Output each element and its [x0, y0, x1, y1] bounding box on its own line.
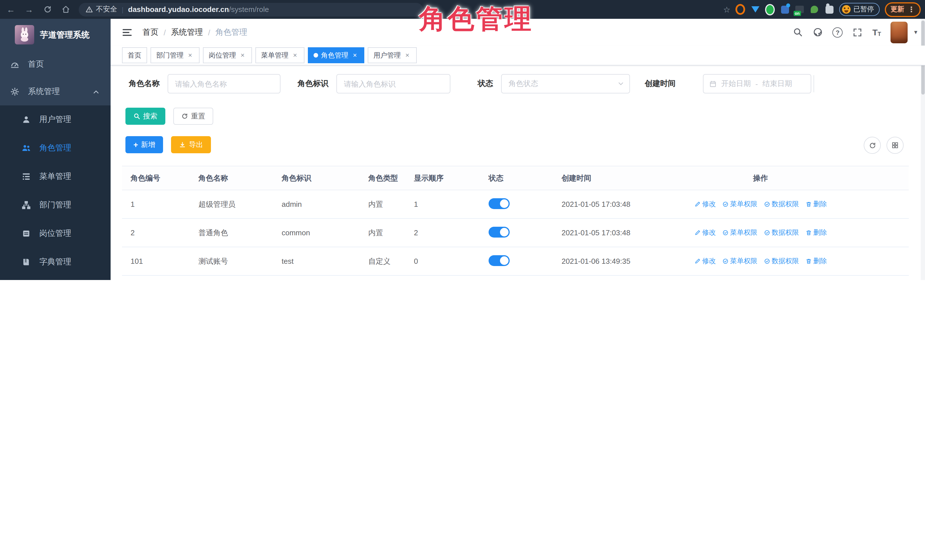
sidebar-item-posts[interactable]: 岗位管理	[0, 219, 111, 248]
close-icon[interactable]: ×	[187, 51, 194, 59]
export-button[interactable]: 导出	[171, 136, 211, 153]
sidebar-item-departments[interactable]: 部门管理	[0, 191, 111, 219]
browser-reload-icon[interactable]	[40, 2, 55, 17]
refresh-table-button[interactable]	[864, 137, 881, 154]
delete-link[interactable]: 删除	[805, 256, 827, 266]
table-header-row: 角色编号 角色名称 角色标识 角色类型 显示顺序 状态 创建时间 操作	[122, 166, 909, 190]
sidebar-logo[interactable]: 芋道管理系统	[0, 19, 111, 51]
reset-button[interactable]: 重置	[173, 108, 213, 125]
font-size-icon[interactable]: TT	[872, 27, 881, 37]
breadcrumb-system[interactable]: 系统管理	[171, 27, 203, 37]
delete-link[interactable]: 删除	[805, 200, 827, 209]
data-permission-link[interactable]: 数据权限	[764, 256, 799, 266]
sidebar-item-roles[interactable]: 角色管理	[0, 134, 111, 162]
tab-users[interactable]: 用户管理×	[368, 47, 417, 63]
cell-created: 2021-01-05 17:03:48	[553, 200, 687, 209]
extension-icon-3[interactable]	[765, 5, 775, 14]
date-range-picker[interactable]: 开始日期 - 结束日期	[703, 74, 811, 93]
browser-back-icon[interactable]: ←	[3, 2, 18, 17]
tab-posts[interactable]: 岗位管理×	[203, 47, 252, 63]
sidebar-item-menus[interactable]: 菜单管理	[0, 162, 111, 191]
status-toggle[interactable]	[488, 198, 510, 209]
profile-paused-chip[interactable]: 已暂停	[839, 3, 880, 16]
data-permission-link[interactable]: 数据权限	[764, 228, 799, 237]
sidebar-item-dict[interactable]: 字典管理	[0, 248, 111, 276]
row-actions: 修改 菜单权限 数据权限 删除	[687, 200, 833, 209]
status-select[interactable]: 角色状态	[501, 74, 630, 93]
close-icon[interactable]: ×	[291, 51, 299, 59]
status-toggle[interactable]	[488, 227, 510, 237]
close-icon[interactable]: ×	[239, 51, 246, 59]
avatar-caret-icon[interactable]: ▾	[914, 29, 917, 36]
cell-id: 101	[122, 257, 190, 266]
sidebar-item-notice[interactable]: 通知公告	[0, 276, 111, 280]
col-header-actions: 操作	[687, 173, 833, 183]
sidebar-item-home[interactable]: 首页	[0, 51, 111, 78]
omnibox-divider: |	[122, 5, 124, 14]
search-button[interactable]: 搜索	[125, 108, 165, 125]
help-icon[interactable]: ?	[832, 27, 843, 37]
logo-rabbit-image	[15, 25, 34, 44]
delete-link[interactable]: 删除	[805, 228, 827, 237]
add-button[interactable]: + 新增	[125, 136, 163, 153]
sidebar-item-users[interactable]: 用户管理	[0, 105, 111, 134]
dictionary-book-icon	[22, 258, 31, 267]
status-toggle[interactable]	[488, 255, 510, 266]
browser-extensions-area: ☆ on 已暂停 更新 ⋮	[723, 2, 925, 17]
breadcrumb-home[interactable]: 首页	[143, 27, 158, 37]
browser-forward-icon[interactable]: →	[22, 2, 36, 17]
tree-table-icon	[22, 172, 31, 181]
browser-home-icon[interactable]	[58, 2, 73, 17]
edit-link[interactable]: 修改	[694, 256, 716, 266]
end-date-placeholder: 结束日期	[762, 79, 792, 89]
search-icon[interactable]	[792, 27, 803, 37]
avatar[interactable]	[891, 21, 908, 43]
tab-menus[interactable]: 菜单管理×	[255, 47, 304, 63]
chevron-up-icon	[93, 89, 99, 95]
close-icon[interactable]: ×	[404, 51, 411, 59]
extension-icon-5[interactable]: on	[795, 5, 804, 14]
sidebar-item-label: 部门管理	[39, 200, 71, 210]
sidebar-item-label: 角色管理	[39, 143, 71, 153]
extension-icon-2[interactable]	[750, 5, 760, 14]
sidebar-item-label: 岗位管理	[39, 228, 71, 239]
filter-form: 角色名称 角色标识 状态 角色状态 创建时间 开始日期 - 结束日期	[120, 74, 914, 94]
edit-link[interactable]: 修改	[694, 200, 716, 209]
menu-permission-link[interactable]: 菜单权限	[722, 256, 758, 266]
paused-label: 已暂停	[853, 5, 874, 14]
tab-roles[interactable]: 角色管理×	[308, 47, 364, 63]
trash-icon	[805, 258, 812, 264]
page-content: 角色名称 角色标识 状态 角色状态 创建时间 开始日期 - 结束日期	[111, 66, 925, 280]
search-icon	[133, 113, 140, 120]
hamburger-icon[interactable]	[122, 28, 132, 37]
github-icon[interactable]	[812, 27, 823, 37]
close-icon[interactable]: ×	[351, 51, 359, 59]
chrome-update-button[interactable]: 更新 ⋮	[885, 2, 921, 17]
menu-permission-link[interactable]: 菜单权限	[722, 228, 758, 237]
extension-icon-6[interactable]	[809, 5, 819, 14]
post-badge-icon	[22, 229, 31, 238]
tab-home[interactable]: 首页	[122, 47, 147, 63]
role-key-input[interactable]	[336, 74, 450, 93]
data-permission-link[interactable]: 数据权限	[764, 200, 799, 209]
browser-menu-icon[interactable]: ⋮	[908, 5, 915, 14]
plus-icon: +	[133, 140, 138, 149]
extensions-puzzle-icon[interactable]	[824, 5, 834, 14]
extension-icon-4[interactable]	[780, 5, 789, 14]
url-bar[interactable]: 不安全 | dashboard.yudao.iocoder.cn/system/…	[79, 3, 423, 16]
table-row: 101 测试账号 test 自定义 0 2021-01-06 13:49:35 …	[122, 247, 909, 276]
sidebar-item-label: 菜单管理	[39, 171, 71, 182]
role-name-input[interactable]	[167, 74, 280, 93]
bookmark-star-icon[interactable]: ☆	[723, 5, 730, 14]
calendar-icon	[709, 80, 717, 87]
tab-departments[interactable]: 部门管理×	[151, 47, 200, 63]
menu-permission-link[interactable]: 菜单权限	[722, 200, 758, 209]
cell-type: 内置	[360, 199, 405, 209]
extension-icon-1[interactable]	[735, 5, 745, 14]
check-circle-icon	[722, 258, 728, 264]
fullscreen-icon[interactable]	[852, 27, 863, 37]
sidebar-item-system[interactable]: 系统管理	[0, 78, 111, 105]
column-settings-button[interactable]	[886, 137, 904, 154]
breadcrumb-current: 角色管理	[215, 27, 247, 37]
edit-link[interactable]: 修改	[694, 228, 716, 237]
